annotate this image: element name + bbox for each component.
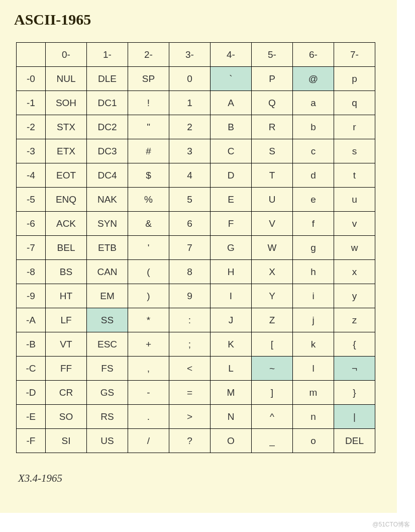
cell: y [334,284,375,308]
cell-highlighted: SS [87,308,128,332]
cell: ESC [87,332,128,357]
cell: EOT [46,163,87,188]
cell: 9 [169,284,211,308]
cell: ETB [87,236,128,260]
cell: w [334,236,375,260]
cell: , [128,357,169,381]
cell: X [252,260,293,284]
cell: a [293,91,334,115]
cell-highlighted: ¬ [334,357,375,381]
cell: 3 [169,139,211,163]
cell: B [211,115,252,139]
cell: " [128,115,169,139]
cell-highlighted: @ [293,67,334,91]
cell: 0 [169,67,211,91]
cell: SI [46,429,87,453]
col-header: 5- [252,43,293,67]
cell: k [293,332,334,357]
cell: Y [252,284,293,308]
col-header: 1- [87,43,128,67]
cell: H [211,260,252,284]
cell: ACK [46,212,87,236]
cell: 6 [169,212,211,236]
cell: d [293,163,334,188]
cell: LF [46,308,87,332]
cell: # [128,139,169,163]
cell: : [169,308,211,332]
table-row: -9 HT EM ) 9 I Y i y [17,284,375,308]
row-header: -9 [17,284,46,308]
cell: % [128,188,169,212]
cell: M [211,381,252,405]
cell: * [128,308,169,332]
cell: L [211,357,252,381]
cell: + [128,332,169,357]
cell: v [334,212,375,236]
cell: 1 [169,91,211,115]
cell: CAN [87,260,128,284]
cell: Q [252,91,293,115]
cell: C [211,139,252,163]
cell: EM [87,284,128,308]
cell: FS [87,357,128,381]
table-row: -6 ACK SYN & 6 F V f v [17,212,375,236]
table-caption: X3.4-1965 [18,472,397,485]
cell: h [293,260,334,284]
table-row: -C FF FS , < L ~ l ¬ [17,357,375,381]
page: ASCII-1965 0- 1- 2- 3- 4- 5- 6- 7- -0 NU… [0,0,397,513]
table-row: -5 ENQ NAK % 5 E U e u [17,188,375,212]
table-row: -E SO RS . > N ^ n | [17,405,375,429]
cell: < [169,357,211,381]
cell: O [211,429,252,453]
table-row: -3 ETX DC3 # 3 C S c s [17,139,375,163]
cell: m [293,381,334,405]
cell: 2 [169,115,211,139]
cell: 8 [169,260,211,284]
cell: FF [46,357,87,381]
row-header: -0 [17,67,46,91]
cell: F [211,212,252,236]
cell: f [293,212,334,236]
cell: ; [169,332,211,357]
row-header: -A [17,308,46,332]
col-header: 3- [169,43,211,67]
cell: S [252,139,293,163]
cell: P [252,67,293,91]
cell: U [252,188,293,212]
cell: GS [87,381,128,405]
cell: T [252,163,293,188]
row-header: -C [17,357,46,381]
cell: l [293,357,334,381]
cell: { [334,332,375,357]
cell: ENQ [46,188,87,212]
cell: - [128,381,169,405]
cell: ' [128,236,169,260]
cell: _ [252,429,293,453]
cell: u [334,188,375,212]
cell: US [87,429,128,453]
col-header: 0- [46,43,87,67]
cell: I [211,284,252,308]
cell: ! [128,91,169,115]
cell: NAK [87,188,128,212]
cell: DC3 [87,139,128,163]
row-header: -1 [17,91,46,115]
cell: ETX [46,139,87,163]
cell: s [334,139,375,163]
cell-highlighted: | [334,405,375,429]
cell: BEL [46,236,87,260]
row-header: -6 [17,212,46,236]
cell: HT [46,284,87,308]
cell: DC2 [87,115,128,139]
cell: j [293,308,334,332]
cell: RS [87,405,128,429]
cell: ( [128,260,169,284]
table-row: -4 EOT DC4 $ 4 D T d t [17,163,375,188]
cell: / [128,429,169,453]
cell: 4 [169,163,211,188]
col-header: 7- [334,43,375,67]
col-header: 6- [293,43,334,67]
cell: STX [46,115,87,139]
cell: o [293,429,334,453]
cell: DLE [87,67,128,91]
